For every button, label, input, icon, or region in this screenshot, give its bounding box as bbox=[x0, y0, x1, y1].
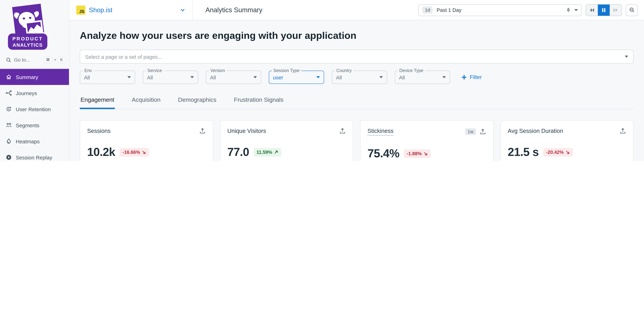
javascript-app-icon: JS bbox=[76, 5, 86, 14]
filter-label: Service bbox=[146, 68, 163, 73]
heatmaps-icon bbox=[6, 138, 12, 144]
plus-icon bbox=[461, 74, 467, 80]
metric-value: 75.4% bbox=[368, 147, 399, 160]
segments-icon bbox=[6, 122, 12, 128]
filter-session-type[interactable]: Session Type user bbox=[269, 71, 324, 84]
filter-value: All bbox=[210, 74, 216, 80]
trend-up-icon bbox=[274, 150, 278, 154]
caret-down-icon[interactable] bbox=[574, 9, 578, 11]
sidebar-item-label: Segments bbox=[16, 122, 40, 128]
time-range-label: Past 1 Day bbox=[436, 7, 462, 13]
filter-value: user bbox=[273, 74, 283, 80]
filter-value: All bbox=[147, 74, 153, 80]
change-badge: 11.59% bbox=[254, 148, 281, 156]
sidebar-divider bbox=[0, 68, 69, 68]
sidebar-item-session-replay[interactable]: Session Replay bbox=[0, 149, 69, 161]
caret-down-icon bbox=[316, 76, 320, 78]
sidebar-nav: Summary Journeys User Retention Segments… bbox=[0, 69, 69, 161]
tab-acquisition[interactable]: Acquisition bbox=[131, 94, 161, 109]
caret-down-icon bbox=[128, 76, 131, 78]
filter-label: Session Type bbox=[272, 68, 301, 73]
sidebar-item-summary[interactable]: Summary bbox=[0, 69, 69, 85]
filter-value: All bbox=[399, 74, 405, 80]
chevron-down-icon bbox=[180, 7, 186, 13]
time-playback-controls bbox=[586, 4, 622, 16]
change-badge: -20.42% bbox=[544, 148, 573, 156]
home-icon bbox=[6, 74, 12, 80]
time-range-chip: 1d bbox=[422, 6, 433, 14]
metric-title: Unique Visitors bbox=[227, 128, 266, 134]
tab-frustration-signals[interactable]: Frustration Signals bbox=[233, 94, 284, 109]
metric-card-sessions: Sessions 10.2k -16.66% See Sessions bbox=[80, 120, 213, 161]
change-badge: -1.88% bbox=[404, 149, 431, 158]
filter-value: All bbox=[84, 74, 90, 80]
skip-back-button[interactable] bbox=[586, 4, 598, 15]
plus-separator: + bbox=[54, 57, 56, 62]
caret-down-icon bbox=[254, 76, 257, 78]
filter-value: All bbox=[336, 74, 342, 80]
caret-down-icon bbox=[190, 76, 194, 78]
trend-down-icon bbox=[424, 151, 428, 156]
export-icon[interactable] bbox=[199, 128, 206, 134]
period-chip[interactable]: 1w bbox=[465, 128, 476, 135]
journeys-icon bbox=[6, 90, 12, 96]
caret-down-icon bbox=[625, 56, 628, 58]
sidebar-item-user-retention[interactable]: User Retention bbox=[0, 101, 69, 117]
change-value: -16.66% bbox=[122, 149, 140, 155]
export-icon[interactable] bbox=[620, 128, 626, 134]
filter-label: Country bbox=[335, 68, 353, 73]
pin-icon[interactable] bbox=[566, 7, 571, 13]
goto-search[interactable]: Go to... ⌘ + K bbox=[0, 52, 69, 67]
change-value: 11.59% bbox=[256, 149, 272, 155]
trend-down-icon bbox=[566, 150, 570, 154]
metric-value: 77.0 bbox=[227, 145, 249, 159]
zoom-out-button[interactable] bbox=[626, 4, 638, 16]
cmd-key-chip: ⌘ bbox=[44, 57, 52, 63]
export-icon[interactable] bbox=[339, 128, 346, 134]
metric-card-unique-visitors: Unique Visitors 77.0 11.59% See Sessions bbox=[220, 120, 353, 161]
app-selector[interactable]: JS Shop.ist bbox=[69, 0, 193, 20]
filter-label: Version bbox=[209, 68, 226, 73]
filter-service[interactable]: Service All bbox=[143, 71, 198, 84]
search-icon bbox=[6, 57, 12, 63]
tab-demographics[interactable]: Demographics bbox=[177, 94, 217, 109]
metric-title: Sessions bbox=[87, 128, 110, 134]
metric-title: Stickiness bbox=[368, 128, 394, 136]
export-icon[interactable] bbox=[479, 128, 486, 135]
sidebar-item-label: Summary bbox=[16, 74, 38, 80]
product-analytics-logo: PRODUCT ANALYTICS bbox=[0, 0, 69, 52]
logo-text-line1: PRODUCT bbox=[12, 36, 43, 41]
caret-down-icon bbox=[442, 76, 446, 78]
tab-engagement[interactable]: Engagement bbox=[80, 94, 115, 109]
skip-forward-button[interactable] bbox=[610, 4, 622, 15]
app-window: PRODUCT ANALYTICS Go to... ⌘ + K Summary… bbox=[0, 0, 644, 161]
add-filter-button[interactable]: Filter bbox=[461, 74, 482, 80]
page-select-input[interactable]: Select a page or a set of pages... bbox=[80, 50, 634, 64]
filter-country[interactable]: Country All bbox=[332, 71, 387, 84]
change-value: -20.42% bbox=[546, 149, 564, 155]
page-headline: Analyze how your users are engaging with… bbox=[80, 30, 634, 41]
filter-version[interactable]: Version All bbox=[206, 71, 261, 84]
sidebar-item-label: User Retention bbox=[16, 106, 51, 112]
filter-env[interactable]: Env All bbox=[80, 71, 135, 84]
metric-title: Avg Session Duration bbox=[508, 128, 563, 134]
filter-device-type[interactable]: Device Type All bbox=[395, 71, 450, 84]
metric-card-stickiness: Stickiness 1w 75.4% -1.88% See Sessions bbox=[360, 120, 493, 161]
caret-down-icon bbox=[380, 76, 383, 78]
time-range-selector[interactable]: 1d Past 1 Day bbox=[418, 4, 582, 16]
sidebar: PRODUCT ANALYTICS Go to... ⌘ + K Summary… bbox=[0, 0, 69, 161]
top-bar: JS Shop.ist Analytics Summary 1d Past 1 … bbox=[69, 0, 644, 20]
metric-value: 21.5 s bbox=[508, 145, 539, 159]
add-filter-label: Filter bbox=[470, 74, 482, 80]
pause-button[interactable] bbox=[598, 4, 610, 15]
change-badge: -16.66% bbox=[120, 148, 149, 156]
metric-cards-row: Sessions 10.2k -16.66% See Sessions Uniq… bbox=[80, 120, 634, 161]
main-content: Analyze how your users are engaging with… bbox=[69, 20, 644, 161]
sidebar-item-segments[interactable]: Segments bbox=[0, 117, 69, 133]
sidebar-item-heatmaps[interactable]: Heatmaps bbox=[0, 133, 69, 149]
filter-label: Device Type bbox=[398, 68, 425, 73]
trend-down-icon bbox=[142, 150, 146, 154]
sidebar-item-journeys[interactable]: Journeys bbox=[0, 85, 69, 101]
replay-icon bbox=[6, 154, 12, 160]
page-select-placeholder: Select a page or a set of pages... bbox=[85, 54, 162, 60]
